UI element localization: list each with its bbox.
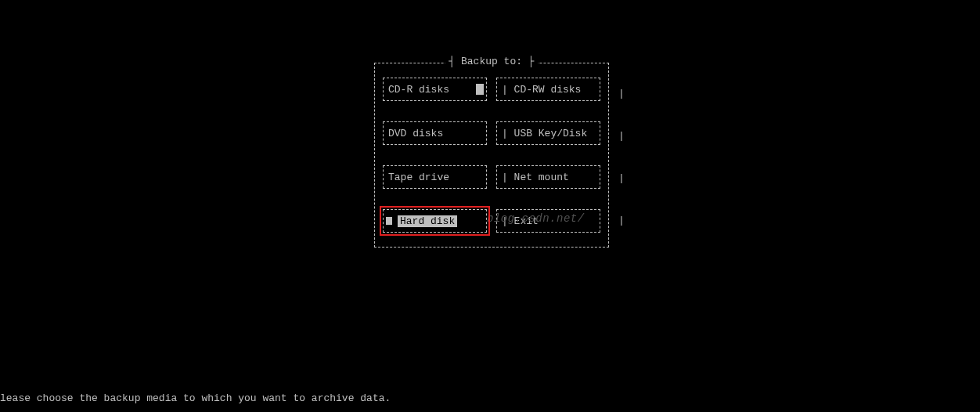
option-grid: CD-R disks CD-RW disks DVD disks USB Key… bbox=[383, 78, 600, 233]
frame-glyph: | bbox=[618, 172, 625, 184]
backup-dialog: Backup to: CD-R disks CD-RW disks DVD di… bbox=[374, 63, 609, 248]
option-label: USB Key/Disk bbox=[502, 128, 587, 139]
option-label: CD-R disks bbox=[388, 84, 449, 96]
dialog-title-wrap: Backup to: bbox=[375, 56, 608, 67]
option-label: CD-RW disks bbox=[502, 84, 581, 96]
option-netmount[interactable]: Net mount bbox=[496, 165, 600, 189]
option-usb[interactable]: USB Key/Disk bbox=[496, 121, 600, 145]
option-cdrw[interactable]: CD-RW disks bbox=[496, 78, 600, 101]
frame-glyph: | bbox=[618, 215, 625, 226]
frame-glyph: | bbox=[618, 88, 625, 99]
dialog-title: Backup to: bbox=[445, 56, 537, 67]
option-dvd[interactable]: DVD disks bbox=[383, 121, 487, 145]
option-cdr[interactable]: CD-R disks bbox=[383, 78, 487, 101]
option-label: Tape drive bbox=[388, 172, 449, 183]
option-label: Hard disk bbox=[398, 215, 457, 227]
option-label: DVD disks bbox=[388, 128, 443, 139]
option-harddisk[interactable]: Hard disk bbox=[383, 209, 487, 233]
option-exit[interactable]: Exit bbox=[496, 209, 600, 233]
option-label: Net mount bbox=[502, 172, 569, 183]
status-message: lease choose the backup media to which y… bbox=[0, 392, 391, 404]
option-label: Exit bbox=[502, 215, 539, 227]
option-tape[interactable]: Tape drive bbox=[383, 165, 487, 189]
frame-glyph: | bbox=[618, 130, 625, 142]
